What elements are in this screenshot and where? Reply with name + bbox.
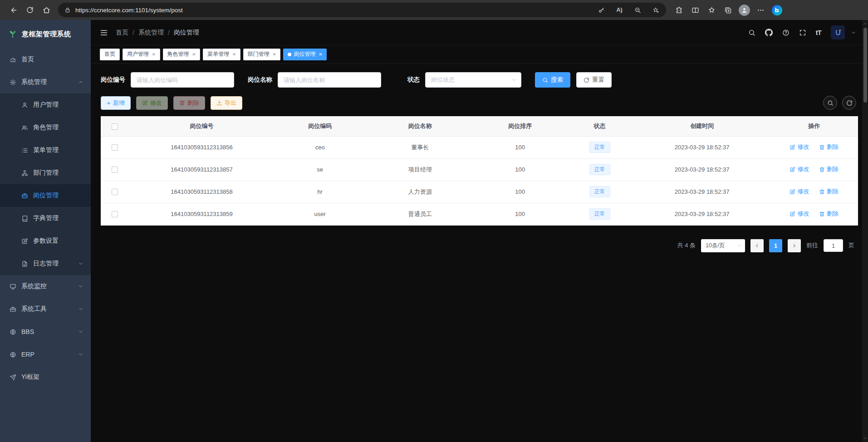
- bing-copilot-icon[interactable]: b: [769, 2, 785, 18]
- sidebar-item-bbs[interactable]: BBS: [0, 320, 91, 343]
- site-permissions-icon[interactable]: [64, 7, 71, 13]
- sidebar-item-post-mgmt[interactable]: 岗位管理: [0, 184, 91, 207]
- back-button[interactable]: [5, 2, 22, 18]
- next-page-button[interactable]: [788, 239, 801, 252]
- user-avatar[interactable]: [831, 25, 845, 39]
- row-delete-label: 删除: [827, 210, 839, 218]
- fullscreen-icon[interactable]: [799, 29, 806, 36]
- trash-icon: [819, 144, 825, 150]
- cell-status: 正常: [565, 158, 633, 181]
- reload-button[interactable]: [22, 2, 38, 18]
- read-aloud-icon[interactable]: A): [613, 4, 626, 16]
- cell-post-sort: 100: [475, 136, 565, 158]
- close-icon[interactable]: ×: [319, 51, 322, 58]
- extensions-icon[interactable]: [671, 2, 687, 18]
- close-icon[interactable]: ×: [232, 51, 236, 58]
- sidebar-item-system-mgmt[interactable]: 系统管理: [0, 71, 91, 93]
- post-name-input[interactable]: [278, 72, 381, 88]
- sidebar-item-log-mgmt[interactable]: 日志管理: [0, 252, 91, 275]
- sidebar-item-erp[interactable]: ERP: [0, 343, 91, 366]
- breadcrumb-system-mgmt[interactable]: 系统管理: [138, 29, 164, 37]
- prev-page-button[interactable]: [750, 239, 764, 252]
- row-edit-link[interactable]: 修改: [790, 143, 809, 151]
- breadcrumb: 首页 / 系统管理 / 岗位管理: [116, 29, 199, 37]
- github-icon[interactable]: [765, 29, 773, 36]
- tab-user-mgmt[interactable]: 用户管理 ×: [123, 49, 160, 60]
- row-delete-link[interactable]: 删除: [819, 165, 839, 173]
- delete-button[interactable]: 删除: [173, 96, 205, 110]
- tab-home[interactable]: 首页: [100, 49, 120, 60]
- row-checkbox[interactable]: [112, 189, 118, 195]
- row-edit-link[interactable]: 修改: [790, 187, 809, 196]
- tab-dept-mgmt[interactable]: 部门管理 ×: [243, 49, 281, 60]
- toggle-search-button[interactable]: [823, 96, 837, 110]
- tab-menu-mgmt[interactable]: 菜单管理 ×: [203, 49, 240, 60]
- breadcrumb-separator: /: [132, 29, 134, 36]
- tabs-bar: 首页 用户管理 × 角色管理 × 菜单管理 × 部门管理 × 岗位管理 ×: [91, 45, 868, 64]
- scroll-down-icon[interactable]: [863, 436, 868, 441]
- post-name-label: 岗位名称: [248, 76, 272, 84]
- sidebar-item-home[interactable]: 首页: [0, 48, 91, 71]
- sidebar-item-system-monitor[interactable]: 系统监控: [0, 275, 91, 298]
- reset-button[interactable]: 重置: [576, 72, 612, 88]
- sidebar-item-yi-framework[interactable]: Yi框架: [0, 366, 91, 388]
- collections-icon[interactable]: [720, 2, 736, 18]
- add-favorite-star-icon[interactable]: [649, 4, 662, 16]
- main-area: 首页 / 系统管理 / 岗位管理 tT 首页 用户管理 ×: [91, 20, 868, 442]
- address-bar[interactable]: https://ccnetcore.com:1101/system/post A…: [58, 3, 666, 17]
- sidebar-toggle-icon[interactable]: [100, 29, 108, 37]
- edit-button[interactable]: 修改: [136, 96, 168, 110]
- status-select[interactable]: 岗位状态: [425, 72, 521, 88]
- profile-avatar[interactable]: [736, 2, 752, 18]
- tab-role-mgmt[interactable]: 角色管理 ×: [163, 49, 201, 60]
- row-checkbox[interactable]: [112, 211, 118, 217]
- select-all-checkbox[interactable]: [112, 123, 118, 130]
- post-code-input[interactable]: [131, 72, 234, 88]
- app-logo[interactable]: 意框架管理系统: [0, 20, 91, 48]
- download-icon: [216, 100, 222, 106]
- url-text[interactable]: https://ccnetcore.com:1101/system/post: [75, 7, 590, 14]
- sidebar-item-dict-mgmt[interactable]: 字典管理: [0, 207, 91, 230]
- export-button[interactable]: 导出: [211, 96, 242, 110]
- scroll-up-icon[interactable]: [863, 21, 868, 26]
- close-icon[interactable]: ×: [273, 51, 276, 58]
- page-1-button[interactable]: 1: [769, 239, 782, 252]
- sidebar-item-user-mgmt[interactable]: 用户管理: [0, 93, 91, 116]
- total-count: 共 4 条: [677, 241, 696, 250]
- sidebar-item-role-mgmt[interactable]: 角色管理: [0, 116, 91, 139]
- document-icon: [21, 260, 28, 267]
- favorites-icon[interactable]: [703, 2, 720, 18]
- font-size-icon[interactable]: tT: [816, 29, 821, 36]
- help-icon[interactable]: [782, 29, 790, 36]
- close-icon[interactable]: ×: [152, 51, 156, 58]
- split-screen-icon[interactable]: [687, 2, 703, 18]
- row-checkbox[interactable]: [112, 144, 118, 151]
- add-button[interactable]: + 新增: [101, 96, 131, 110]
- sidebar-item-menu-mgmt[interactable]: 菜单管理: [0, 139, 91, 162]
- row-delete-link[interactable]: 删除: [819, 187, 839, 196]
- close-icon[interactable]: ×: [192, 51, 196, 58]
- browser-menu-icon[interactable]: [752, 2, 769, 18]
- cell-actions: 修改 删除: [770, 136, 858, 158]
- row-checkbox[interactable]: [112, 167, 118, 173]
- goto-page-input[interactable]: [824, 239, 843, 252]
- breadcrumb-home[interactable]: 首页: [116, 29, 128, 37]
- avatar-caret-icon[interactable]: [851, 30, 856, 35]
- row-edit-link[interactable]: 修改: [790, 165, 809, 173]
- home-button[interactable]: [38, 2, 54, 18]
- search-button[interactable]: 搜索: [535, 72, 570, 88]
- refresh-table-button[interactable]: [842, 96, 856, 110]
- page-size-select[interactable]: 10条/页: [701, 239, 745, 252]
- page-scrollbar[interactable]: [862, 20, 868, 442]
- zoom-icon[interactable]: [631, 4, 644, 16]
- row-delete-link[interactable]: 删除: [819, 143, 839, 151]
- row-edit-link[interactable]: 修改: [790, 210, 809, 218]
- scrollbar-thumb[interactable]: [863, 28, 867, 103]
- row-delete-link[interactable]: 删除: [819, 210, 839, 218]
- tab-post-mgmt[interactable]: 岗位管理 ×: [283, 49, 327, 60]
- sidebar-item-system-tools[interactable]: 系统工具: [0, 298, 91, 320]
- sidebar-item-param-settings[interactable]: 参数设置: [0, 230, 91, 252]
- header-search-icon[interactable]: [748, 29, 755, 36]
- password-key-icon[interactable]: [594, 4, 608, 16]
- sidebar-item-dept-mgmt[interactable]: 部门管理: [0, 162, 91, 184]
